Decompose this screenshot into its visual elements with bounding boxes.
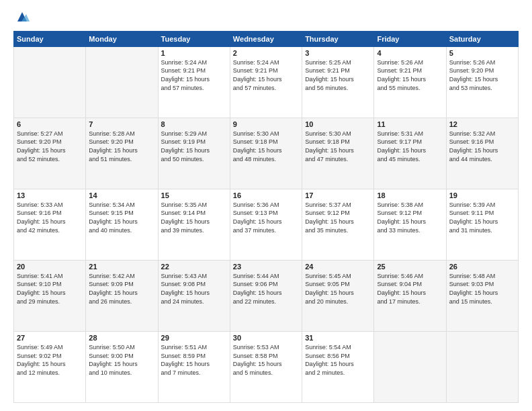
calendar-cell: 13Sunrise: 5:33 AM Sunset: 9:16 PM Dayli… [14, 189, 86, 260]
day-number: 31 [305, 334, 371, 342]
header [13, 11, 519, 24]
day-info: Sunrise: 5:44 AM Sunset: 9:06 PM Dayligh… [233, 272, 299, 306]
day-number: 14 [89, 191, 154, 199]
calendar-cell: 18Sunrise: 5:38 AM Sunset: 9:12 PM Dayli… [374, 189, 446, 260]
day-number: 28 [89, 334, 154, 342]
day-info: Sunrise: 5:30 AM Sunset: 9:18 PM Dayligh… [233, 130, 299, 163]
weekday-header: Thursday [302, 31, 374, 46]
day-info: Sunrise: 5:36 AM Sunset: 9:13 PM Dayligh… [233, 201, 299, 234]
calendar-cell: 3Sunrise: 5:25 AM Sunset: 9:21 PM Daylig… [302, 46, 374, 118]
day-info: Sunrise: 5:50 AM Sunset: 9:00 PM Dayligh… [89, 343, 154, 377]
day-info: Sunrise: 5:34 AM Sunset: 9:15 PM Dayligh… [89, 201, 154, 234]
weekday-header: Saturday [446, 31, 518, 46]
calendar-cell: 17Sunrise: 5:37 AM Sunset: 9:12 PM Dayli… [302, 189, 374, 260]
calendar-cell: 23Sunrise: 5:44 AM Sunset: 9:06 PM Dayli… [230, 260, 302, 331]
day-number: 20 [17, 263, 83, 271]
day-info: Sunrise: 5:42 AM Sunset: 9:09 PM Dayligh… [89, 272, 154, 306]
day-info: Sunrise: 5:32 AM Sunset: 9:16 PM Dayligh… [449, 130, 515, 163]
logo-icon [15, 9, 30, 24]
logo [13, 11, 30, 24]
calendar-cell: 29Sunrise: 5:51 AM Sunset: 8:59 PM Dayli… [158, 331, 230, 402]
calendar-cell [14, 46, 86, 118]
weekday-header: Sunday [14, 31, 86, 46]
calendar-cell: 20Sunrise: 5:41 AM Sunset: 9:10 PM Dayli… [14, 260, 86, 331]
weekday-header: Friday [374, 31, 446, 46]
weekday-header: Tuesday [158, 31, 230, 46]
calendar-cell: 9Sunrise: 5:30 AM Sunset: 9:18 PM Daylig… [230, 118, 302, 189]
calendar-cell: 26Sunrise: 5:48 AM Sunset: 9:03 PM Dayli… [446, 260, 518, 331]
calendar-week-row: 13Sunrise: 5:33 AM Sunset: 9:16 PM Dayli… [14, 189, 519, 260]
day-info: Sunrise: 5:41 AM Sunset: 9:10 PM Dayligh… [17, 272, 83, 306]
calendar-cell: 4Sunrise: 5:26 AM Sunset: 9:21 PM Daylig… [374, 46, 446, 118]
calendar-cell: 12Sunrise: 5:32 AM Sunset: 9:16 PM Dayli… [446, 118, 518, 189]
calendar-week-row: 20Sunrise: 5:41 AM Sunset: 9:10 PM Dayli… [14, 260, 519, 331]
day-info: Sunrise: 5:49 AM Sunset: 9:02 PM Dayligh… [17, 343, 83, 377]
day-number: 15 [161, 191, 227, 199]
calendar-week-row: 6Sunrise: 5:27 AM Sunset: 9:20 PM Daylig… [14, 118, 519, 189]
calendar-cell: 7Sunrise: 5:28 AM Sunset: 9:20 PM Daylig… [86, 118, 158, 189]
day-number: 16 [233, 191, 299, 199]
calendar-cell [446, 331, 518, 402]
calendar-cell: 25Sunrise: 5:46 AM Sunset: 9:04 PM Dayli… [374, 260, 446, 331]
day-number: 26 [449, 263, 515, 271]
day-info: Sunrise: 5:31 AM Sunset: 9:17 PM Dayligh… [377, 130, 443, 163]
calendar-cell: 16Sunrise: 5:36 AM Sunset: 9:13 PM Dayli… [230, 189, 302, 260]
day-number: 9 [233, 120, 299, 128]
day-info: Sunrise: 5:37 AM Sunset: 9:12 PM Dayligh… [305, 201, 371, 234]
day-number: 23 [233, 263, 299, 271]
day-number: 25 [377, 263, 443, 271]
calendar-cell: 8Sunrise: 5:29 AM Sunset: 9:19 PM Daylig… [158, 118, 230, 189]
day-info: Sunrise: 5:29 AM Sunset: 9:19 PM Dayligh… [161, 130, 227, 163]
day-info: Sunrise: 5:26 AM Sunset: 9:21 PM Dayligh… [377, 58, 443, 92]
calendar-cell: 1Sunrise: 5:24 AM Sunset: 9:21 PM Daylig… [158, 46, 230, 118]
weekday-header: Wednesday [230, 31, 302, 46]
day-number: 21 [89, 263, 154, 271]
day-number: 5 [449, 49, 515, 57]
calendar-cell: 11Sunrise: 5:31 AM Sunset: 9:17 PM Dayli… [374, 118, 446, 189]
day-number: 7 [89, 120, 154, 128]
calendar-cell: 22Sunrise: 5:43 AM Sunset: 9:08 PM Dayli… [158, 260, 230, 331]
day-number: 18 [377, 191, 443, 199]
day-info: Sunrise: 5:24 AM Sunset: 9:21 PM Dayligh… [161, 58, 227, 92]
page: SundayMondayTuesdayWednesdayThursdayFrid… [0, 0, 532, 411]
day-number: 17 [305, 191, 371, 199]
calendar-cell: 6Sunrise: 5:27 AM Sunset: 9:20 PM Daylig… [14, 118, 86, 189]
day-info: Sunrise: 5:46 AM Sunset: 9:04 PM Dayligh… [377, 272, 443, 306]
day-info: Sunrise: 5:39 AM Sunset: 9:11 PM Dayligh… [449, 201, 515, 234]
calendar-cell: 19Sunrise: 5:39 AM Sunset: 9:11 PM Dayli… [446, 189, 518, 260]
day-number: 11 [377, 120, 443, 128]
day-number: 1 [161, 49, 227, 57]
logo-general-line [13, 11, 30, 24]
day-info: Sunrise: 5:28 AM Sunset: 9:20 PM Dayligh… [89, 130, 154, 163]
day-info: Sunrise: 5:26 AM Sunset: 9:20 PM Dayligh… [449, 58, 515, 92]
day-number: 4 [377, 49, 443, 57]
day-info: Sunrise: 5:45 AM Sunset: 9:05 PM Dayligh… [305, 272, 371, 306]
day-number: 2 [233, 49, 299, 57]
calendar-cell: 31Sunrise: 5:54 AM Sunset: 8:56 PM Dayli… [302, 331, 374, 402]
day-number: 19 [449, 191, 515, 199]
calendar-cell: 2Sunrise: 5:24 AM Sunset: 9:21 PM Daylig… [230, 46, 302, 118]
logo-text-block [13, 11, 30, 24]
calendar-cell: 14Sunrise: 5:34 AM Sunset: 9:15 PM Dayli… [86, 189, 158, 260]
calendar-cell: 27Sunrise: 5:49 AM Sunset: 9:02 PM Dayli… [14, 331, 86, 402]
day-number: 6 [17, 120, 83, 128]
day-info: Sunrise: 5:33 AM Sunset: 9:16 PM Dayligh… [17, 201, 83, 234]
day-info: Sunrise: 5:43 AM Sunset: 9:08 PM Dayligh… [161, 272, 227, 306]
day-info: Sunrise: 5:24 AM Sunset: 9:21 PM Dayligh… [233, 58, 299, 92]
weekday-header: Monday [86, 31, 158, 46]
day-info: Sunrise: 5:51 AM Sunset: 8:59 PM Dayligh… [161, 343, 227, 377]
day-number: 10 [305, 120, 371, 128]
calendar-cell: 24Sunrise: 5:45 AM Sunset: 9:05 PM Dayli… [302, 260, 374, 331]
day-info: Sunrise: 5:53 AM Sunset: 8:58 PM Dayligh… [233, 343, 299, 377]
day-info: Sunrise: 5:25 AM Sunset: 9:21 PM Dayligh… [305, 58, 371, 92]
day-number: 12 [449, 120, 515, 128]
calendar-cell: 15Sunrise: 5:35 AM Sunset: 9:14 PM Dayli… [158, 189, 230, 260]
calendar-cell: 10Sunrise: 5:30 AM Sunset: 9:18 PM Dayli… [302, 118, 374, 189]
calendar-cell: 28Sunrise: 5:50 AM Sunset: 9:00 PM Dayli… [86, 331, 158, 402]
calendar-cell [374, 331, 446, 402]
calendar-cell: 5Sunrise: 5:26 AM Sunset: 9:20 PM Daylig… [446, 46, 518, 118]
day-info: Sunrise: 5:27 AM Sunset: 9:20 PM Dayligh… [17, 130, 83, 163]
calendar-cell [86, 46, 158, 118]
day-info: Sunrise: 5:54 AM Sunset: 8:56 PM Dayligh… [305, 343, 371, 377]
weekday-header-row: SundayMondayTuesdayWednesdayThursdayFrid… [14, 31, 519, 46]
